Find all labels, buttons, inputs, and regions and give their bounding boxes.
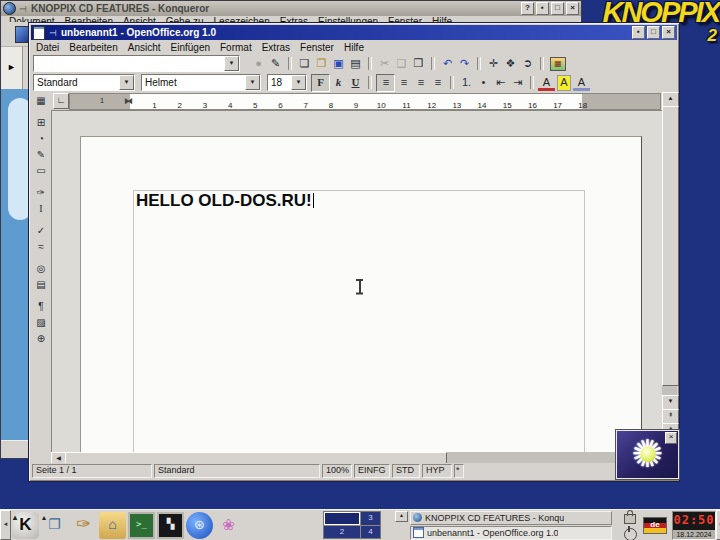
new-document-icon[interactable]: ❏ <box>296 56 313 72</box>
font-name-combobox[interactable]: Helmet ▼ <box>141 74 261 91</box>
align-center-icon[interactable]: ≡ <box>395 75 412 91</box>
kmenu-button[interactable]: K <box>12 512 39 539</box>
menu-item[interactable]: Format <box>215 42 257 53</box>
autotext-icon[interactable]: ✑ <box>33 185 50 201</box>
toolbar-icon[interactable] <box>540 57 544 70</box>
keyboard-layout-flag[interactable]: de <box>643 517 667 534</box>
minimize-button[interactable]: ▪ <box>632 26 645 39</box>
maximize-button[interactable]: □ <box>647 26 660 39</box>
font-size-combobox[interactable]: 18 ▼ <box>267 74 307 91</box>
align-left-icon[interactable]: ≡ <box>376 74 395 92</box>
terminal-launcher[interactable]: >_ <box>128 512 155 539</box>
spellcheck-icon[interactable]: ✓ <box>33 223 50 239</box>
stop-icon[interactable]: ● <box>250 56 267 72</box>
align-right-icon[interactable]: ≡ <box>412 75 429 91</box>
increase-indent-icon[interactable]: ⇥ <box>509 75 526 91</box>
navigator-icon[interactable]: ✛ <box>485 56 502 72</box>
menu-item[interactable]: Datei <box>31 42 64 53</box>
undo-icon[interactable]: ↶ <box>439 56 456 72</box>
vertical-scroll-thumb[interactable] <box>662 106 679 386</box>
decrease-indent-icon[interactable]: ⇤ <box>492 75 509 91</box>
scroll-down-icon[interactable]: ▼ <box>662 395 679 410</box>
pager-desktop-1[interactable] <box>324 512 360 525</box>
print-icon[interactable]: ▤ <box>347 56 364 72</box>
previous-page-icon[interactable]: ⇞ <box>662 409 679 424</box>
gallery-icon[interactable]: ▦ <box>550 57 566 71</box>
autospellcheck-icon[interactable]: ≈ <box>33 239 50 255</box>
find-replace-icon[interactable]: ◎ <box>33 261 50 277</box>
status-insert-mode[interactable]: EINFG <box>354 464 390 478</box>
menu-item[interactable]: Fenster <box>295 42 339 53</box>
status-hyperlink-mode[interactable]: HYP <box>422 464 452 478</box>
konsole-launcher[interactable]: ▚ <box>157 512 184 539</box>
numbering-icon[interactable]: 1. <box>458 75 475 91</box>
status-modified[interactable]: * <box>454 464 464 478</box>
tasklist-arrow-icon[interactable]: ▲ <box>395 511 408 522</box>
task-konqueror[interactable]: KNOPPIX CD FEATURES - Konqu <box>410 511 612 525</box>
task-writer[interactable]: unbenannt1 - OpenOffice.org 1.0 <box>410 526 612 540</box>
combo-dropdown-icon[interactable]: ▼ <box>245 75 260 90</box>
maximize-button[interactable]: □ <box>551 2 564 15</box>
toolbar-icon[interactable] <box>477 57 481 70</box>
close-button[interactable]: × <box>566 2 579 15</box>
konqueror-launcher[interactable]: ⊛ <box>186 512 213 539</box>
paragraph-style-combobox[interactable]: Standard ▼ <box>33 74 135 91</box>
align-justify-icon[interactable]: ≡ <box>429 75 446 91</box>
panel-hide-left-icon[interactable]: ◂ <box>0 510 11 540</box>
toolbar-icon[interactable] <box>368 76 372 89</box>
toolbar-icon[interactable] <box>431 57 435 70</box>
menu-item[interactable]: Einfügen <box>166 42 215 53</box>
background-color-icon[interactable]: A <box>573 75 590 91</box>
bold-button[interactable]: F <box>311 74 330 92</box>
toolbar-icon[interactable] <box>288 57 292 70</box>
open-icon[interactable]: ❐ <box>313 56 330 72</box>
pager-desktop-4[interactable]: 4 <box>361 526 380 538</box>
combo-dropdown-icon[interactable]: ▼ <box>291 75 306 90</box>
status-page[interactable]: Seite 1 / 1 <box>32 464 152 478</box>
data-sources-icon[interactable]: ▤ <box>33 277 50 293</box>
pager-desktop-3[interactable]: 3 <box>361 512 380 525</box>
ruler-scale[interactable]: 1 ⧓ 123456789101112131415161718 <box>69 93 661 110</box>
butterfly-launcher[interactable]: ❀ <box>215 512 242 539</box>
save-icon[interactable]: ▣ <box>330 56 347 72</box>
edit-file-icon[interactable]: ✎ <box>267 56 284 72</box>
url-combobox[interactable]: ▼ <box>33 55 240 72</box>
konqueror-titlebar[interactable]: ⊣ KNOPPIX CD FEATURES - Konqueror ?▪□× <box>1 1 581 16</box>
insert-object-icon[interactable]: ◔ <box>33 131 50 147</box>
pen-launcher[interactable]: ✑ <box>70 512 97 539</box>
insert-table-icon[interactable]: ▦ <box>33 93 50 109</box>
sticky-pin-button[interactable]: ⊣ <box>48 28 58 38</box>
insert-icon[interactable]: ⊞ <box>33 115 50 131</box>
panel-hide-right-icon[interactable]: ▸ <box>716 510 720 540</box>
status-zoom[interactable]: 100% <box>322 464 352 478</box>
combo-dropdown-icon[interactable]: ▼ <box>119 75 134 90</box>
menu-item[interactable]: Ansicht <box>123 42 166 53</box>
draw-functions-icon[interactable]: ✎ <box>33 147 50 163</box>
menu-item[interactable]: Hilfe <box>339 42 369 53</box>
menu-item[interactable]: Extras <box>257 42 295 53</box>
bullets-icon[interactable]: • <box>475 75 492 91</box>
toolbar-icon[interactable] <box>530 76 534 89</box>
sticky-pin-button[interactable]: ⊣ <box>18 4 28 14</box>
window-list-button[interactable]: ❐ <box>41 512 68 539</box>
indent-marker[interactable]: ⧓ <box>124 94 133 108</box>
close-icon[interactable]: × <box>665 432 677 444</box>
copy-icon[interactable]: ❑ <box>393 56 410 72</box>
highlighting-icon[interactable]: A <box>557 75 571 91</box>
minimize-button[interactable]: ▪ <box>536 2 549 15</box>
italic-button[interactable]: k <box>330 75 347 91</box>
lock-icon[interactable] <box>624 514 636 524</box>
konqueror-sidebar-tab[interactable]: ► <box>1 47 23 89</box>
cut-icon[interactable]: ✂ <box>376 56 393 72</box>
status-page-style[interactable]: Standard <box>154 464 320 478</box>
help-agent-popup[interactable]: × <box>616 430 679 479</box>
toolbar-icon[interactable] <box>450 76 454 89</box>
toolbar-icon-fragment[interactable] <box>15 26 29 43</box>
underline-button[interactable]: U <box>347 75 364 91</box>
redo-icon[interactable]: ↷ <box>456 56 473 72</box>
menu-item[interactable]: Bearbeiten <box>64 42 122 53</box>
pager-desktop-2[interactable]: 2 <box>324 526 360 538</box>
nonprinting-chars-icon[interactable]: ¶ <box>33 299 50 315</box>
stylist-icon[interactable]: ❖ <box>502 56 519 72</box>
combo-dropdown-icon[interactable]: ▼ <box>224 56 239 71</box>
